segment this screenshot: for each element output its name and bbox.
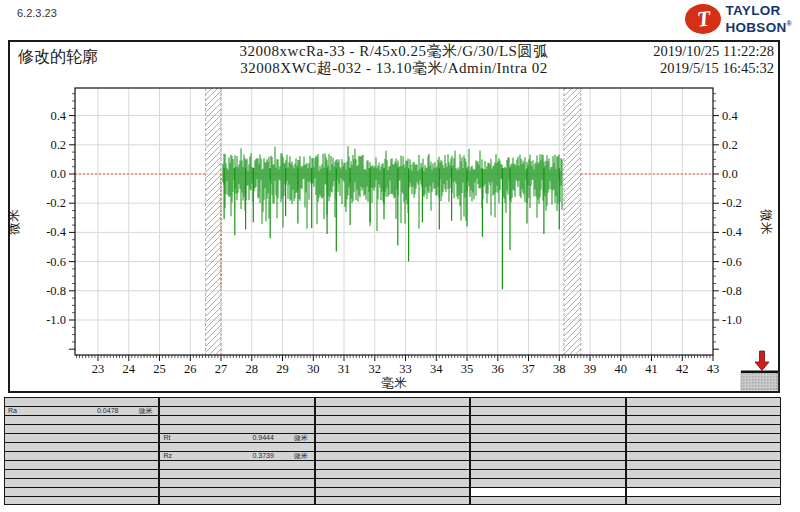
svg-text:0.4: 0.4 — [50, 109, 66, 123]
result-row — [5, 461, 158, 470]
result-row — [316, 488, 469, 497]
result-row — [471, 479, 624, 488]
result-row — [471, 425, 624, 434]
result-row — [316, 434, 469, 443]
result-row — [316, 398, 469, 407]
svg-text:微米: 微米 — [759, 209, 773, 236]
svg-text:41: 41 — [645, 362, 658, 376]
result-column — [470, 397, 625, 505]
result-row — [160, 443, 313, 452]
svg-text:35: 35 — [461, 362, 474, 376]
result-row — [627, 479, 780, 488]
result-row — [471, 452, 624, 461]
svg-text:26: 26 — [184, 362, 197, 376]
result-row: Rt0.9444微米 — [160, 434, 313, 443]
result-row — [627, 416, 780, 425]
result-row — [316, 407, 469, 416]
svg-text:23: 23 — [92, 362, 105, 376]
result-row — [160, 398, 313, 407]
svg-text:-0.2: -0.2 — [46, 196, 66, 210]
svg-text:0.0: 0.0 — [722, 167, 738, 181]
svg-text:-0.6: -0.6 — [722, 255, 742, 269]
svg-text:-0.4: -0.4 — [722, 225, 743, 239]
result-column: Ra0.0478微米 — [4, 397, 159, 505]
parameter-unit: 微米 — [274, 452, 314, 460]
profile-panel: 修改的轮廓 32008xwcRa-33 - R/45x0.25毫米/G/30/L… — [8, 40, 780, 393]
result-row — [627, 452, 780, 461]
svg-text:43: 43 — [707, 362, 720, 376]
version-label: 6.2.3.23 — [17, 7, 57, 19]
result-row — [471, 497, 624, 505]
svg-text:毫米: 毫米 — [382, 376, 408, 390]
svg-text:微米: 微米 — [8, 209, 21, 236]
svg-text:-1.0: -1.0 — [722, 313, 742, 327]
parameter-unit: 微米 — [274, 434, 314, 442]
result-row — [160, 425, 313, 434]
result-row — [316, 461, 469, 470]
result-row — [316, 443, 469, 452]
registered-mark: ® — [787, 20, 792, 27]
svg-text:34: 34 — [430, 362, 443, 376]
svg-text:27: 27 — [215, 362, 228, 376]
result-row — [160, 497, 313, 505]
result-row — [471, 488, 624, 497]
svg-text:0.4: 0.4 — [722, 109, 738, 123]
result-row — [471, 434, 624, 443]
svg-text:28: 28 — [246, 362, 259, 376]
result-row — [627, 425, 780, 434]
result-row — [5, 452, 158, 461]
svg-text:-1.0: -1.0 — [46, 313, 66, 327]
svg-text:33: 33 — [399, 362, 412, 376]
result-row — [627, 488, 780, 497]
result-row — [160, 461, 313, 470]
results-table: Ra0.0478微米Rt0.9444微米Rz0.3739微米 — [4, 397, 781, 505]
parameter-name: Ra — [5, 407, 54, 415]
logo-text: TAYLOR HOBSON® — [725, 4, 792, 34]
svg-text:0.2: 0.2 — [722, 138, 738, 152]
result-row — [160, 407, 313, 416]
app-window: 6.2.3.23 T TAYLOR HOBSON® 修改的轮廓 32008xwc… — [0, 0, 800, 512]
parameter-unit: 微米 — [118, 407, 158, 415]
result-row — [627, 497, 780, 505]
result-row — [627, 407, 780, 416]
logo-line2: HOBSON® — [725, 17, 792, 34]
result-row — [5, 497, 158, 505]
result-row — [5, 416, 158, 425]
svg-text:-0.8: -0.8 — [46, 284, 66, 298]
surface-reference-icon — [741, 351, 778, 390]
svg-text:32: 32 — [369, 362, 382, 376]
result-row — [5, 470, 158, 479]
result-row — [5, 398, 158, 407]
svg-text:39: 39 — [584, 362, 597, 376]
result-column — [626, 397, 781, 505]
parameter-value: 0.9444 — [209, 434, 273, 442]
svg-text:40: 40 — [615, 362, 628, 376]
result-row — [471, 416, 624, 425]
result-row: Rz0.3739微米 — [160, 452, 313, 461]
result-row — [160, 479, 313, 488]
svg-text:-0.2: -0.2 — [722, 196, 742, 210]
svg-text:0.2: 0.2 — [50, 138, 66, 152]
result-row — [5, 488, 158, 497]
result-row — [627, 434, 780, 443]
result-row — [627, 470, 780, 479]
parameter-name: Rt — [160, 434, 209, 442]
result-row — [316, 416, 469, 425]
result-row — [5, 479, 158, 488]
result-row — [316, 479, 469, 488]
result-row — [160, 488, 313, 497]
result-row — [5, 425, 158, 434]
result-row — [5, 443, 158, 452]
result-row — [471, 461, 624, 470]
svg-text:30: 30 — [307, 362, 320, 376]
svg-text:0.0: 0.0 — [50, 167, 66, 181]
result-row — [316, 470, 469, 479]
result-row — [5, 434, 158, 443]
logo-mark-icon: T — [685, 4, 721, 34]
profile-chart: 2324252627282930313233343536373839404142… — [8, 40, 780, 393]
svg-text:-0.8: -0.8 — [722, 284, 742, 298]
result-row — [471, 443, 624, 452]
result-row — [160, 470, 313, 479]
svg-text:31: 31 — [338, 362, 351, 376]
result-row — [316, 452, 469, 461]
